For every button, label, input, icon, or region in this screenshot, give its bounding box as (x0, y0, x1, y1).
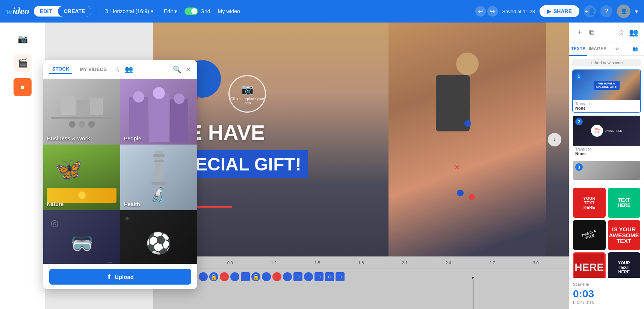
category-business[interactable]: Business & Work (43, 79, 120, 145)
track-square-5[interactable]: ⊡ (325, 272, 334, 281)
template-4-content: IS YOURAWESOMETEXT (609, 226, 639, 244)
undo-button[interactable]: ↩ (475, 6, 486, 17)
people-panel-button[interactable]: 👥 (627, 26, 639, 38)
tab-favorites[interactable]: ☆ (608, 42, 626, 56)
health-label: Health (124, 201, 140, 207)
right-panel-toolbar: + ⧉ ☆ 👥 (569, 23, 644, 42)
my-videos-tab[interactable]: MY VIDEOS (77, 65, 110, 74)
search-icon[interactable]: 🔍 (173, 65, 181, 74)
track-dot-4[interactable]: 🔒 (209, 272, 218, 281)
redo-button[interactable]: ↪ (487, 6, 498, 17)
track-dot-red-2[interactable] (272, 272, 281, 281)
share-button[interactable]: ▶ SHARE (540, 5, 579, 17)
timeline: 0.6 0.9 1.2 1.5 1.8 2.1 2.4 2.7 3.0 ▼ 🎬 … (153, 256, 569, 309)
saved-status: Saved at 11:28 (502, 9, 535, 14)
scene-item-3[interactable]: 3 (572, 160, 641, 181)
track-dot-3[interactable] (199, 272, 208, 281)
canvas-background[interactable]: 📷 Click to replace your logo WE HAVE SPE… (153, 23, 569, 256)
scene-1-transition-value: None (575, 106, 638, 110)
stock-tab[interactable]: STOCK (49, 65, 72, 74)
track-square-3[interactable]: ⊡ (293, 272, 302, 281)
text-template-1[interactable]: YOURTEXTHERE (573, 188, 606, 218)
shapes-sidebar-btn[interactable]: ■ (14, 78, 32, 96)
scene-2-transition-value: None (575, 151, 638, 156)
track-dot-6[interactable]: 🔒 (251, 272, 260, 281)
project-title[interactable]: My wideo (218, 8, 240, 14)
track-dot-7[interactable] (262, 272, 271, 281)
track-dot-5[interactable] (230, 272, 239, 281)
close-icon[interactable]: ✕ (186, 65, 191, 74)
category-people[interactable]: People (120, 79, 197, 145)
edit-dropdown-label: Edit (164, 8, 173, 14)
track-square-6[interactable]: ⊡ (336, 272, 345, 281)
category-nature[interactable]: 🦋 Nature (43, 145, 120, 210)
tab-images[interactable]: IMAGES (587, 42, 608, 56)
track-square-4[interactable]: ⊡ (314, 272, 324, 281)
edit-dropdown[interactable]: Edit ▾ (161, 7, 180, 16)
scene-3-thumb: 3 (573, 161, 640, 180)
orientation-dropdown[interactable]: 🖥 Horizontal (16:9) ▾ (101, 7, 157, 16)
add-user-button[interactable]: +👤 (584, 5, 596, 17)
track-dot-8[interactable] (283, 272, 292, 281)
text-template-2[interactable]: TEXTHERE (608, 188, 641, 218)
upload-button[interactable]: ⬆ Upload (49, 269, 191, 285)
scene-2-badge: 2 (575, 118, 583, 125)
cross-marker: ✕ (454, 163, 460, 172)
scene-item-1[interactable]: 1 WE HAVE ASPECIAL GIFT! Transition None (572, 69, 641, 113)
nature-label: Nature (47, 201, 63, 207)
text-templates-grid: YOURTEXTHERE TEXTHERE THIS IS ATITLE IS … (569, 184, 644, 278)
scene-item-2[interactable]: 2 50%OFF ON ALL PROD Transition None (572, 115, 641, 158)
grid-toggle-container: Grid (184, 8, 210, 15)
tab-texts[interactable]: TEXTS (569, 42, 587, 56)
timeline-mark-6: 2.4 (446, 261, 451, 265)
dot-control-1[interactable] (464, 120, 471, 127)
track-dot-9[interactable] (304, 272, 313, 281)
tab-team[interactable]: 👥 (626, 42, 644, 56)
create-button[interactable]: CREATE (58, 6, 91, 17)
playhead[interactable]: ▼ (473, 280, 473, 309)
dot-control-3[interactable] (469, 194, 475, 200)
avatar[interactable]: 👤 (617, 5, 630, 18)
text-template-5[interactable]: HERE (573, 252, 606, 278)
category-health[interactable]: 🔬 Health (120, 145, 197, 210)
canvas-area: 📷 Click to replace your logo WE HAVE SPE… (153, 23, 569, 256)
copy-panel-button[interactable]: ⧉ (586, 26, 598, 38)
account-chevron[interactable]: ▾ (635, 8, 638, 15)
help-button[interactable]: ? (600, 5, 612, 17)
upload-container: ⬆ Upload (43, 264, 197, 289)
upload-icon: ⬆ (107, 273, 112, 280)
timeline-tracks: 🎬 🔒 🔒 🔒 ⊡ ⊡ ⊡ ⊡ (153, 268, 569, 309)
grid-label: Grid (200, 8, 210, 14)
share-label: SHARE (553, 8, 572, 14)
edit-button[interactable]: EDIT (34, 6, 58, 17)
template-5-content: HERE (574, 261, 604, 273)
right-panel-tabs: TEXTS IMAGES ☆ 👥 (569, 42, 644, 56)
monitor-icon: 🖥 (104, 8, 109, 14)
text-template-3[interactable]: THIS IS ATITLE (573, 220, 606, 250)
favorites-icon[interactable]: ☆ (114, 65, 120, 74)
add-panel-button[interactable]: + (574, 26, 586, 38)
undo-redo-group: ↩ ↪ (475, 6, 498, 17)
template-6-content: YOURTEXTHERE (618, 261, 630, 274)
grid-toggle[interactable] (184, 8, 198, 15)
dot-control-2[interactable] (457, 190, 464, 196)
text-template-4[interactable]: IS YOURAWESOMETEXT (608, 220, 641, 250)
track-dot-red-1[interactable] (220, 272, 229, 281)
chevron-down-icon: ▾ (151, 8, 153, 14)
scene-length-label: Scene le (573, 282, 640, 286)
people-label: People (124, 136, 141, 142)
chevron-down-icon-2: ▾ (174, 8, 177, 14)
team-icon[interactable]: 👥 (125, 65, 133, 74)
share-arrow-icon: ▶ (547, 8, 551, 14)
add-scene-button[interactable]: + Add new scene (572, 59, 641, 66)
camera-sidebar-btn[interactable]: 📷 (14, 30, 32, 48)
text-template-6[interactable]: YOURTEXTHERE (608, 252, 641, 278)
track-square-2[interactable] (241, 272, 250, 281)
logo-placeholder[interactable]: 📷 Click to replace your logo (228, 75, 266, 113)
next-arrow[interactable]: › (548, 133, 561, 146)
scene-1-badge: 1 (575, 72, 583, 80)
timeline-mark-2: 1.2 (271, 261, 277, 265)
star-panel-button[interactable]: ☆ (615, 26, 627, 38)
timeline-mark-5: 2.1 (402, 261, 408, 265)
video-sidebar-btn[interactable]: 🎬 (14, 54, 32, 72)
